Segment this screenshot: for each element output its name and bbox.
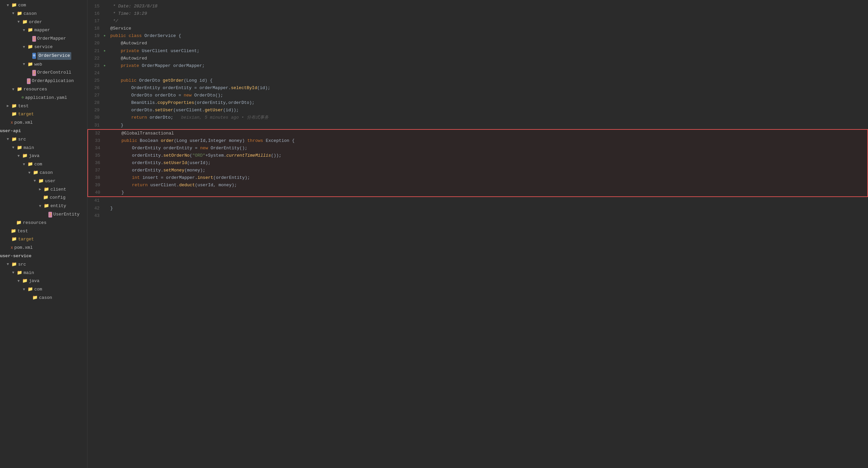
sidebar-item-user-folder[interactable]: ▼📁user <box>0 177 87 186</box>
code-line-18: 18@Service <box>87 25 868 32</box>
sidebar-item-src-folder-2[interactable]: ▼📁src <box>0 135 87 144</box>
sidebar-item-com-folder-2[interactable]: ▼📁com <box>0 160 87 169</box>
code-line-36: 36 orderEntity.setUserId(userId); <box>88 159 867 167</box>
code-line-33: 33 public Boolean order(Long userId,Inte… <box>88 137 867 145</box>
sidebar-item-OrderMapper-file[interactable]: JOrderMapper <box>0 35 87 43</box>
code-line-43: 43 <box>87 212 868 220</box>
sidebar-item-OrderControll-file[interactable]: JOrderControll <box>0 69 87 77</box>
sidebar-item-entity-folder[interactable]: ▼📁entity <box>0 202 87 211</box>
sidebar-item-UserEntity-file[interactable]: JUserEntity <box>0 211 87 219</box>
code-line-15: 15 * Date: 2023/8/18 <box>87 3 868 10</box>
sidebar-item-java-folder-2[interactable]: ▼📁java <box>0 152 87 160</box>
highlighted-code-block: 32 @GlobalTransactional33 public Boolean… <box>87 129 868 197</box>
code-line-35: 35 orderEntity.setOrderNo("ORD"+System.c… <box>88 152 867 159</box>
code-line-23: 23● private OrderMapper orderMapper; <box>87 62 868 70</box>
code-line-29: 29 orderDto.setUser(userClient.getUser(i… <box>87 106 868 114</box>
code-line-38: 38 int insert = orderMapper.insert(order… <box>88 174 867 182</box>
sidebar-item-config-folder[interactable]: 📁config <box>0 194 87 202</box>
code-line-32: 32 @GlobalTransactional <box>88 130 867 137</box>
code-line-17: 17 */ <box>87 18 868 25</box>
code-line-26: 26 OrderEntity orderEntity = orderMapper… <box>87 84 868 92</box>
sidebar-item-mapper-folder[interactable]: ▼📁mapper <box>0 26 87 35</box>
sidebar-item-test-folder-2[interactable]: 📁test <box>0 227 87 236</box>
code-line-42: 42} <box>87 205 868 212</box>
code-line-20: 20 @Autowired <box>87 40 868 47</box>
sidebar-item-main-folder-2[interactable]: ▼📁main <box>0 144 87 152</box>
code-editor: 15 * Date: 2023/8/1816 * Time: 19:2917 *… <box>87 0 868 468</box>
code-line-27: 27 OrderDto orderDto = new OrderDto(); <box>87 92 868 99</box>
sidebar-item-src-folder-3[interactable]: ▼📁src <box>0 260 87 269</box>
code-line-21: 21● private UserClient userClient; <box>87 48 868 55</box>
sidebar-item-OrderApplication-file[interactable]: JOrderApplication <box>0 77 87 85</box>
code-line-31: 31 } <box>87 122 868 129</box>
code-line-34: 34 OrderEntity orderEntity = new OrderEn… <box>88 145 867 152</box>
sidebar-item-user-api-root[interactable]: user-api <box>0 127 87 135</box>
code-line-41: 41 <box>87 197 868 205</box>
sidebar-item-resources-folder-2[interactable]: 📁resources <box>0 219 87 227</box>
code-line-24: 24 <box>87 70 868 77</box>
sidebar-item-test-folder[interactable]: ▶📁test <box>0 102 87 111</box>
sidebar-item-user-service-root[interactable]: user-service <box>0 252 87 260</box>
sidebar-item-com-folder-3[interactable]: ▼📁com <box>0 285 87 294</box>
sidebar-item-web-folder[interactable]: ▼📁web <box>0 61 87 69</box>
code-line-39: 39 return userClient.deduct(userId, mone… <box>88 182 867 189</box>
sidebar-item-service-folder[interactable]: ▼📁service <box>0 43 87 52</box>
sidebar-item-pom-xml-2[interactable]: Xpom.xml <box>0 244 87 252</box>
code-line-28: 28 BeanUtils.copyProperties(orderEntity,… <box>87 99 868 106</box>
sidebar-item-client-folder[interactable]: ▶📁client <box>0 186 87 194</box>
sidebar-item-cason-folder[interactable]: ▼📁cason <box>0 10 87 18</box>
code-line-22: 22 @Autowired <box>87 55 868 62</box>
code-line-37: 37 orderEntity.setMoney(money); <box>88 167 867 174</box>
sidebar-item-main-folder-3[interactable]: ▼📁main <box>0 269 87 277</box>
file-tree: ▼📁com▼📁cason▼📁order▼📁mapperJOrderMapper▼… <box>0 0 87 468</box>
sidebar-item-pom-xml-1[interactable]: Xpom.xml <box>0 119 87 127</box>
sidebar-item-target-folder-1[interactable]: 📁target <box>0 110 87 119</box>
sidebar-item-target-folder-2[interactable]: 📁target <box>0 235 87 244</box>
code-line-40: 40 } <box>88 189 867 196</box>
code-line-19: 19●public class OrderService { <box>87 32 868 40</box>
sidebar-item-com-folder[interactable]: ▼📁com <box>0 1 87 10</box>
code-line-25: 25 public OrderDto getOrder(Long id) { <box>87 77 868 84</box>
sidebar-item-java-folder-3[interactable]: ▼📁java <box>0 277 87 285</box>
code-line-16: 16 * Time: 19:29 <box>87 10 868 18</box>
sidebar-item-order-folder[interactable]: ▼📁order <box>0 18 87 27</box>
sidebar-item-application-yaml[interactable]: ⚙application.yaml <box>0 94 87 102</box>
sidebar-item-cason-folder-2[interactable]: ▼📁cason <box>0 169 87 177</box>
sidebar-item-OrderService-file[interactable]: ⚙OrderService <box>0 52 87 61</box>
sidebar-item-cason-folder-3[interactable]: 📁cason <box>0 294 87 302</box>
sidebar-item-resources-folder[interactable]: ▼📁resources <box>0 85 87 94</box>
code-area: 15 * Date: 2023/8/1816 * Time: 19:2917 *… <box>87 0 868 468</box>
code-line-30: 30 return orderDto; beixian, 5 minutes a… <box>87 114 868 121</box>
